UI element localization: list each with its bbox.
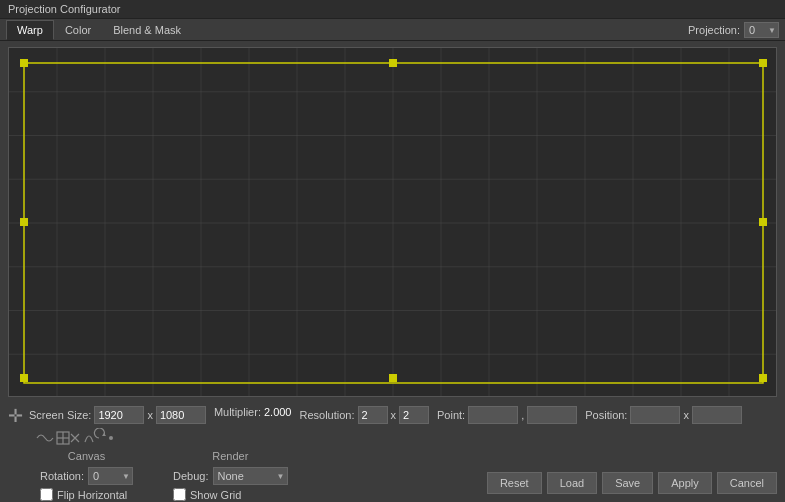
debug-select-wrapper[interactable]: None Wireframe UV [213, 467, 288, 485]
screen-height-input[interactable] [156, 406, 206, 424]
flip-horizontal-label[interactable]: Flip Horizontal [57, 489, 127, 501]
show-grid-row: Show Grid [173, 488, 287, 501]
warp-icons [35, 428, 115, 448]
projection-label: Projection: 0 1 2 [688, 22, 779, 38]
svg-rect-30 [389, 374, 397, 382]
res-y-input[interactable] [399, 406, 429, 424]
controls-main: ✛ Screen Size: x Multiplier: 2.000 Resol… [0, 397, 785, 448]
svg-rect-24 [20, 59, 28, 67]
position-label: Position: [585, 409, 627, 421]
debug-label: Debug: [173, 470, 208, 482]
resolution-label: Resolution: [299, 409, 354, 421]
reset-button[interactable]: Reset [487, 472, 542, 494]
pos-y-input[interactable] [692, 406, 742, 424]
screen-width-input[interactable] [94, 406, 144, 424]
rotation-select[interactable]: 0 90 180 270 [88, 467, 133, 485]
apply-button[interactable]: Apply [658, 472, 712, 494]
point-label: Point: [437, 409, 465, 421]
svg-rect-31 [759, 374, 767, 382]
warp-tools [35, 428, 115, 448]
tab-bar: Warp Color Blend & Mask Projection: 0 1 … [0, 19, 785, 41]
svg-rect-27 [20, 218, 28, 226]
flip-horizontal-checkbox[interactable] [40, 488, 53, 501]
svg-rect-25 [389, 59, 397, 67]
svg-point-36 [109, 436, 113, 440]
show-grid-label[interactable]: Show Grid [190, 489, 241, 501]
svg-rect-26 [759, 59, 767, 67]
load-button[interactable]: Load [547, 472, 597, 494]
tab-color[interactable]: Color [54, 20, 102, 40]
point-y-input[interactable] [527, 406, 577, 424]
multiplier-value: 2.000 [264, 406, 292, 418]
render-title: Render [173, 450, 287, 462]
tab-warp[interactable]: Warp [6, 20, 54, 40]
svg-rect-0 [9, 48, 776, 396]
svg-marker-35 [102, 433, 106, 436]
canvas-area [8, 47, 777, 397]
res-x-input[interactable] [358, 406, 388, 424]
canvas-title: Canvas [40, 450, 133, 462]
debug-select[interactable]: None Wireframe UV [213, 467, 288, 485]
render-section: Render Debug: None Wireframe UV Show Gri… [173, 450, 287, 502]
bottom-buttons: Reset Load Save Apply Cancel [487, 472, 777, 494]
point-x-input[interactable] [468, 406, 518, 424]
rotation-select-wrapper[interactable]: 0 90 180 270 [88, 467, 133, 485]
multiplier-label: Multiplier: [214, 406, 261, 418]
move-cursor-icon[interactable]: ✛ [8, 405, 23, 427]
canvas-section: Canvas Rotation: 0 90 180 270 Flip Horiz… [40, 450, 133, 502]
tab-blend-mask[interactable]: Blend & Mask [102, 20, 192, 40]
svg-rect-29 [20, 374, 28, 382]
flip-horizontal-row: Flip Horizontal [40, 488, 133, 501]
title-bar: Projection Configurator [0, 0, 785, 19]
show-grid-checkbox[interactable] [173, 488, 186, 501]
svg-rect-28 [759, 218, 767, 226]
warp-grid [9, 48, 776, 396]
save-button[interactable]: Save [602, 472, 653, 494]
projection-select-wrapper[interactable]: 0 1 2 [744, 22, 779, 38]
pos-x-input[interactable] [630, 406, 680, 424]
screen-size-label: Screen Size: [29, 409, 91, 421]
projection-select[interactable]: 0 1 2 [744, 22, 779, 38]
app-title: Projection Configurator [8, 3, 121, 15]
cancel-button[interactable]: Cancel [717, 472, 777, 494]
rotation-label: Rotation: [40, 470, 84, 482]
